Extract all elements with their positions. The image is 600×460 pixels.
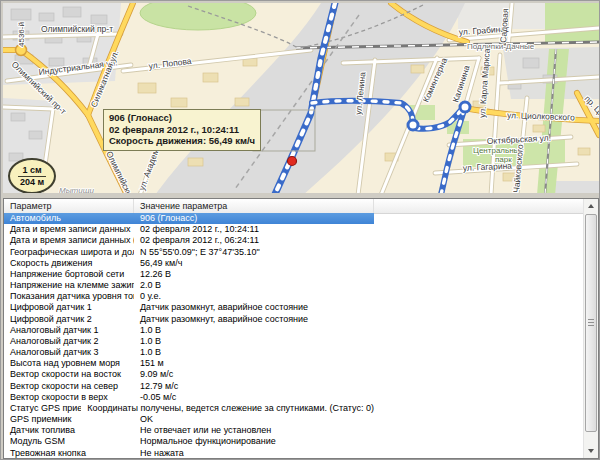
table-row[interactable]: Географическая широта и долготаN 55°55'0… (4, 247, 374, 258)
param-cell: Модуль GSM (4, 436, 134, 447)
param-cell: Аналоговый датчик 3 (4, 347, 134, 358)
vertical-scrollbar[interactable] (583, 199, 598, 458)
table-row[interactable]: Высота над уровнем моря151 м (4, 358, 374, 369)
param-cell: Вектор скорости в верх (4, 392, 134, 403)
town-label: Мытищи (59, 186, 94, 193)
value-cell: 906 (Глонасс) (134, 213, 197, 224)
param-cell: Напряжение бортовой сети (4, 269, 134, 280)
table-row[interactable]: Датчик топливаНе отвечает или не установ… (4, 425, 374, 436)
table-row[interactable]: Дата и время записи данных (UTC)02 февра… (4, 235, 374, 246)
scale-cm-label: 1 см (18, 165, 45, 177)
value-cell: 0 у.е. (134, 291, 161, 302)
param-cell: Показания датчика уровня топлива (4, 291, 134, 302)
param-cell: GPS приемник (4, 414, 134, 425)
table-row[interactable]: Вектор скорости на восток9.09 м/с (4, 369, 374, 380)
value-cell: 12.26 В (134, 269, 171, 280)
arrow-up-icon (588, 204, 594, 208)
map-tooltip: 906 (Глонасс) 02 февраля 2012 г., 10:24:… (103, 109, 261, 151)
scale-m-label: 204 м (20, 177, 44, 188)
map-panel[interactable]: 4536-й Олимпийский пр-т Индустриальная у… (3, 3, 599, 193)
param-cell: Аналоговый датчик 2 (4, 336, 134, 347)
column-header-value[interactable]: Значение параметра (134, 199, 374, 213)
table-header-row: Параметр Значение параметра (4, 199, 598, 214)
param-cell: Дата и время записи данных (4, 224, 134, 235)
table-row[interactable]: Статус GPS приемникаКоординаты получены,… (4, 403, 374, 414)
scrollbar-grip-icon (588, 319, 594, 327)
table-row[interactable]: Аналоговый датчик 21.0 В (4, 336, 374, 347)
arrow-down-icon (588, 449, 594, 453)
column-header-parameter[interactable]: Параметр (4, 199, 134, 213)
railway-station-label: Подлипки-Дачные (467, 42, 535, 51)
tooltip-speed: Скорость движения: 56,49 км/ч (109, 135, 255, 147)
param-cell: Датчик топлива (4, 425, 134, 436)
table-row[interactable]: Дата и время записи данных02 февраля 201… (4, 224, 374, 235)
param-cell: Цифровой датчик 1 (4, 302, 134, 313)
value-cell: 1.0 В (134, 336, 161, 347)
table-row[interactable]: Автомобиль906 (Глонасс) (4, 213, 374, 224)
table-row[interactable]: Аналоговый датчик 31.0 В (4, 347, 374, 358)
street-label: 4536-й (17, 22, 26, 47)
table-row[interactable]: Цифровой датчик 1Датчик разомкнут, авари… (4, 302, 374, 313)
table-row[interactable]: Напряжение бортовой сети12.26 В (4, 269, 374, 280)
param-cell: Аналоговый датчик 1 (4, 325, 134, 336)
scroll-up-button[interactable] (584, 199, 598, 213)
param-cell: Географическая широта и долгота (4, 247, 134, 258)
parameter-table: Параметр Значение параметра Автомобиль90… (3, 198, 599, 459)
value-cell: 2.0 В (134, 280, 161, 291)
value-cell: 1.0 В (134, 325, 161, 336)
column-header-filler (374, 199, 598, 213)
table-row[interactable]: Модуль GSMНормальное функционирование (4, 436, 374, 447)
value-cell: OK (134, 414, 153, 425)
value-cell: 9.09 м/с (134, 369, 173, 380)
scroll-down-button[interactable] (584, 444, 598, 458)
table-row[interactable]: Тревожная кнопкаНе нажата (4, 448, 374, 458)
scrollbar-thumb[interactable] (585, 214, 597, 432)
param-cell: Вектор скорости на север (4, 381, 134, 392)
param-table-body: Автомобиль906 (Глонасс)Дата и время запи… (4, 213, 583, 458)
param-cell: Тревожная кнопка (4, 448, 134, 458)
param-cell: Вектор скорости на восток (4, 369, 134, 380)
param-cell: Напряжение на клемме зажигания (4, 280, 134, 291)
street-label: Олимпийский пр-т (41, 24, 113, 34)
value-cell: Не отвечает или не установлен (134, 425, 271, 436)
value-cell: Координаты получены, ведется слежение за… (81, 403, 374, 414)
map-scale-control: 1 см 204 м (8, 158, 56, 193)
table-row[interactable]: Скорость движения56,49 км/ч (4, 258, 374, 269)
value-cell: 56,49 км/ч (134, 258, 182, 269)
table-row[interactable]: GPS приемникOK (4, 414, 374, 425)
value-cell: Не нажата (134, 448, 184, 458)
tooltip-datetime: 02 февраля 2012 г., 10:24:11 (109, 124, 255, 136)
table-row[interactable]: Цифровой датчик 2Датчик разомкнут, авари… (4, 314, 374, 325)
table-row[interactable]: Аналоговый датчик 11.0 В (4, 325, 374, 336)
value-cell: 12.79 м/с (134, 381, 178, 392)
param-cell: Скорость движения (4, 258, 134, 269)
gps-monitoring-window: 4536-й Олимпийский пр-т Индустриальная у… (0, 0, 600, 460)
value-cell: Датчик разомкнут, аварийное состояние (134, 302, 308, 313)
table-row[interactable]: Напряжение на клемме зажигания2.0 В (4, 280, 374, 291)
table-row[interactable]: Вектор скорости на север12.79 м/с (4, 381, 374, 392)
param-cell: Автомобиль (4, 213, 134, 224)
param-cell: Цифровой датчик 2 (4, 314, 134, 325)
vehicle-marker-icon[interactable] (288, 157, 297, 166)
value-cell: N 55°55'0.09"; E 37°47'35.10" (134, 247, 260, 258)
value-cell: 02 февраля 2012 г., 06:24:11 (134, 235, 259, 246)
param-cell: Дата и время записи данных (UTC) (4, 235, 134, 246)
param-cell: Высота над уровнем моря (4, 358, 134, 369)
value-cell: 1.0 В (134, 347, 161, 358)
table-row[interactable]: Вектор скорости в верх-0.05 м/с (4, 392, 374, 403)
value-cell: 151 м (134, 358, 164, 369)
tooltip-vehicle-name: 906 (Глонасс) (109, 112, 255, 124)
table-row[interactable]: Показания датчика уровня топлива0 у.е. (4, 291, 374, 302)
value-cell: Нормальное функционирование (134, 436, 276, 447)
value-cell: 02 февраля 2012 г., 10:24:11 (134, 224, 259, 235)
map-canvas: 4536-й Олимпийский пр-т Индустриальная у… (3, 3, 599, 193)
value-cell: -0.05 м/с (134, 392, 176, 403)
value-cell: Датчик разомкнут, аварийное состояние (134, 314, 308, 325)
param-cell: Статус GPS приемника (4, 403, 81, 414)
